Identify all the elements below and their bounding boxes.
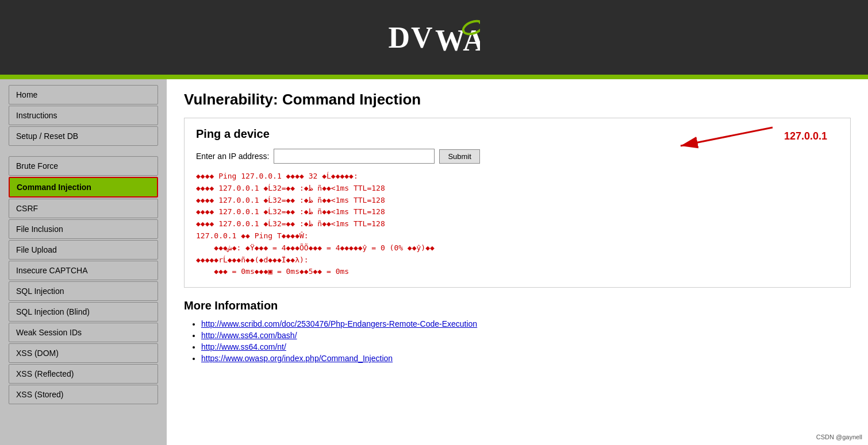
output-line: ◆◆◆ش◆: ◆Ÿ◆◆◆ = 4◆◆◆ÕÕ◆◆◆ = 4◆◆◆◆◆ŷ = 0 (… [196, 242, 839, 254]
dvwa-logo: DV WA [388, 17, 479, 57]
sidebar-item-xss-dom[interactable]: XSS (DOM) [9, 343, 158, 363]
sidebar-item-file-upload[interactable]: File Upload [9, 240, 158, 260]
output-line: ◆◆◆ = 0ms◆◆◆▣ = 0ms◆◆5◆◆ = 0ms [196, 266, 839, 278]
page-title: Vulnerability: Command Injection [184, 91, 851, 109]
sidebar-item-file-inclusion[interactable]: File Inclusion [9, 219, 158, 239]
sidebar: Home Instructions Setup / Reset DB Brute… [0, 79, 167, 445]
nav-group-vulns: Brute Force Command Injection CSRF File … [9, 156, 158, 404]
more-info-title: More Information [184, 299, 851, 312]
more-info-link-1[interactable]: http://www.ss64.com/bash/ [201, 331, 297, 340]
more-info-list: http://www.scribd.com/doc/2530476/Php-En… [184, 319, 851, 363]
sidebar-item-command-injection[interactable]: Command Injection [9, 177, 158, 198]
list-item: http://www.ss64.com/bash/ [201, 331, 851, 340]
ip-address-input[interactable] [274, 149, 435, 164]
main-content: Vulnerability: Command Injection 127.0.0… [167, 79, 868, 445]
sidebar-item-sql-injection-blind[interactable]: SQL Injection (Blind) [9, 302, 158, 322]
sidebar-item-xss-reflected[interactable]: XSS (Reflected) [9, 364, 158, 384]
output-line: ◆◆◆◆ Ping 127.0.0.1 ◆◆◆◆ 32 ◆Ĺ◆◆◆◆◆: [196, 171, 839, 183]
green-bar [0, 75, 868, 79]
submit-button[interactable]: Submit [439, 149, 479, 164]
arrow-annotation: 127.0.0.1 [652, 122, 827, 150]
header: DV WA [0, 0, 868, 75]
sidebar-item-brute-force[interactable]: Brute Force [9, 156, 158, 176]
annotation-arrow-icon [652, 122, 778, 150]
svg-line-3 [681, 127, 773, 146]
output-line: ◆◆◆◆ 127.0.0.1 ◆Ĺ32=◆◆ :◆ظ ñ◆◆<1ms TTL=1… [196, 206, 839, 218]
watermark: CSDN @gaynell [816, 434, 862, 440]
logo-swirl-icon: WA [434, 17, 480, 57]
nav-group-top: Home Instructions Setup / Reset DB [9, 85, 158, 146]
output-line: ◆◆◆◆ 127.0.0.1 ◆Ĺ32=◆◆ :◆ظ ñ◆◆<1ms TTL=1… [196, 195, 839, 207]
list-item: http://www.scribd.com/doc/2530476/Php-En… [201, 319, 851, 328]
ping-output: ◆◆◆◆ Ping 127.0.0.1 ◆◆◆◆ 32 ◆Ĺ◆◆◆◆◆:◆◆◆◆… [196, 171, 839, 278]
list-item: https://www.owasp.org/index.php/Command_… [201, 354, 851, 363]
logo-text: DV [388, 21, 433, 55]
more-info-link-0[interactable]: http://www.scribd.com/doc/2530476/Php-En… [201, 319, 477, 328]
more-info-link-3[interactable]: https://www.owasp.org/index.php/Command_… [201, 354, 393, 363]
output-line: ◆◆◆◆ 127.0.0.1 ◆Ĺ32=◆◆ :◆ظ ñ◆◆<1ms TTL=1… [196, 218, 839, 230]
annotation-ip-label: 127.0.0.1 [784, 130, 827, 142]
more-info-link-2[interactable]: http://www.ss64.com/nt/ [201, 342, 286, 351]
sidebar-item-sql-injection[interactable]: SQL Injection [9, 281, 158, 301]
output-line: 127.0.0.1 ◆◆ Ping T◆◆◆◆Ŵ: [196, 230, 839, 242]
layout: Home Instructions Setup / Reset DB Brute… [0, 79, 868, 445]
ping-box: 127.0.0.1 Ping a device Enter an IP addr… [184, 118, 851, 288]
list-item: http://www.ss64.com/nt/ [201, 342, 851, 351]
sidebar-item-home[interactable]: Home [9, 85, 158, 105]
output-line: ◆◆◆◆ 127.0.0.1 ◆Ĺ32=◆◆ :◆ظ ñ◆◆<1ms TTL=1… [196, 183, 839, 195]
sidebar-item-weak-session-ids[interactable]: Weak Session IDs [9, 323, 158, 342]
sidebar-item-instructions[interactable]: Instructions [9, 106, 158, 125]
sidebar-item-setup[interactable]: Setup / Reset DB [9, 126, 158, 146]
svg-text:WA: WA [435, 24, 480, 57]
ping-form: Enter an IP address: Submit [196, 149, 839, 164]
sidebar-item-xss-stored[interactable]: XSS (Stored) [9, 385, 158, 404]
output-line: ◆◆◆◆◆rĹ◆◆◆ñ◆◆(◆d◆◆◆Ï◆◆λ): [196, 254, 839, 266]
sidebar-item-csrf[interactable]: CSRF [9, 199, 158, 218]
sidebar-item-insecure-captcha[interactable]: Insecure CAPTCHA [9, 261, 158, 280]
annotation-container: 127.0.0.1 Ping a device Enter an IP addr… [196, 127, 839, 164]
ping-label: Enter an IP address: [196, 152, 269, 161]
